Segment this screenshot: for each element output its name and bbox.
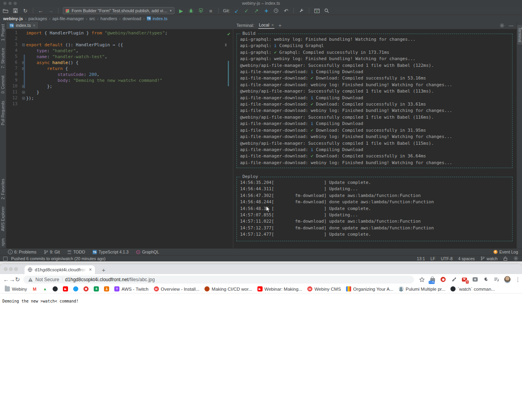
breadcrumb-item-packages[interactable]: packages bbox=[28, 16, 47, 21]
browser-zoom-button[interactable] bbox=[14, 267, 18, 271]
tool-window-button-terminal[interactable]: Terminal bbox=[517, 25, 522, 45]
status-segment-utf-8[interactable]: UTF-8 bbox=[441, 256, 453, 261]
browser-forward-icon[interactable]: → bbox=[9, 275, 15, 284]
write-access-lock-icon[interactable] bbox=[503, 256, 508, 261]
browser-menu-kebab-icon[interactable]: ⋮ bbox=[515, 276, 521, 283]
bookmark-github-icon[interactable] bbox=[53, 286, 58, 291]
bookmark-twitter-icon[interactable] bbox=[73, 286, 78, 291]
tool-window-button-6-problems[interactable]: i6: Problems bbox=[8, 250, 36, 254]
open-folder-icon[interactable] bbox=[2, 8, 9, 14]
bookmark-gmail-icon[interactable]: M bbox=[32, 286, 37, 291]
rollback-icon[interactable]: ↶ bbox=[283, 8, 289, 14]
tool-window-button-typescript-4-1-3[interactable]: TSTypeScript 4.1.3 bbox=[92, 250, 129, 254]
new-tab-button[interactable]: + bbox=[100, 266, 108, 274]
bookmark-webinar-making[interactable]: ▶Webinar: Making... bbox=[257, 286, 303, 291]
bookmark-drive-icon[interactable]: ▲ bbox=[42, 286, 47, 291]
minimize-tool-window-icon[interactable]: — bbox=[509, 23, 513, 28]
media-playlist-icon[interactable] bbox=[494, 276, 500, 283]
tool-window-button-npm[interactable]: npm bbox=[1, 238, 5, 246]
tool-window-button-1-project[interactable]: 1: Project bbox=[1, 24, 5, 41]
price-tracker-extension-icon[interactable]: 2.25 bbox=[429, 276, 436, 283]
back-icon[interactable]: ← bbox=[38, 8, 44, 14]
run-button[interactable]: ▶ bbox=[178, 8, 184, 14]
sync-icon[interactable]: ↻ bbox=[22, 8, 28, 14]
push-icon[interactable]: ↗ bbox=[253, 8, 259, 14]
security-label: Not Secure bbox=[36, 277, 59, 282]
browser-close-button[interactable] bbox=[4, 267, 8, 271]
run-anything-icon[interactable] bbox=[314, 8, 320, 14]
close-tab-icon[interactable]: × bbox=[33, 23, 35, 28]
bookmark-greenplus-icon[interactable]: + bbox=[94, 286, 99, 291]
terminal-settings-gear-icon[interactable] bbox=[499, 22, 505, 28]
browser-minimize-button[interactable] bbox=[9, 267, 13, 271]
bookmark-making-ci-cd-wor[interactable]: Making CI/CD wor... bbox=[204, 286, 252, 291]
bookmark-watch-comman[interactable]: `watch` comman... bbox=[450, 286, 495, 291]
tool-window-button-7-structure[interactable]: 7: Structure bbox=[1, 48, 5, 68]
event-log-button[interactable]: Event Log bbox=[494, 250, 518, 254]
stop-button[interactable]: ■ bbox=[208, 8, 214, 14]
bookmark-aws-twitch[interactable]: TAWS - Twitch bbox=[114, 286, 148, 291]
breadcrumb-item-handlers[interactable]: handlers bbox=[100, 16, 117, 21]
inspections-settings-icon[interactable] bbox=[513, 256, 518, 261]
mail-extension-icon[interactable]: 5 bbox=[461, 276, 468, 283]
tool-window-button-0-commit[interactable]: 0: Commit bbox=[1, 76, 5, 94]
breadcrumb-item-src[interactable]: src bbox=[89, 16, 95, 21]
close-tab-icon[interactable]: × bbox=[89, 267, 92, 272]
tool-window-button-todo[interactable]: TODO bbox=[67, 250, 85, 254]
tool-window-button-aws-explorer[interactable]: AWS Explorer bbox=[1, 206, 5, 231]
history-icon[interactable] bbox=[273, 8, 279, 14]
address-bar[interactable]: Not Secure d1hgd8csopkt4i.cloudfront.net… bbox=[23, 276, 414, 284]
update-project-icon[interactable]: ↙ bbox=[233, 8, 240, 14]
bookmark-organizing-your-a[interactable]: Organizing Your A... bbox=[346, 286, 393, 291]
bookmark-webiny[interactable]: Webiny bbox=[5, 286, 27, 291]
fold-icon[interactable] bbox=[22, 44, 25, 46]
bookmark-pulumi-multiple-pr[interactable]: Pulumi Multiple pr... bbox=[399, 286, 445, 291]
bookmark-webiny-cms[interactable]: wWebiny CMS bbox=[307, 286, 341, 291]
fold-icon[interactable] bbox=[22, 91, 25, 94]
search-everywhere-icon[interactable] bbox=[323, 8, 330, 14]
terminal-tab-local[interactable]: Local × bbox=[258, 22, 275, 29]
new-terminal-tab-button[interactable]: + bbox=[278, 23, 282, 28]
breadcrumb-item-api-file-manager[interactable]: api-file-manager bbox=[53, 16, 84, 21]
close-terminal-tab-icon[interactable]: × bbox=[271, 23, 274, 27]
status-segment-13-1[interactable]: 13:1 bbox=[417, 256, 425, 261]
bookmark-star-icon[interactable] bbox=[419, 276, 425, 283]
editor-tab-index-ts[interactable]: TS index.ts × bbox=[6, 22, 39, 29]
fold-marker bbox=[21, 95, 26, 101]
red-circle-extension-icon[interactable] bbox=[440, 276, 446, 283]
eyedropper-extension-icon[interactable] bbox=[451, 276, 457, 283]
profile-avatar[interactable] bbox=[504, 276, 511, 283]
bookmark-lambda-icon[interactable]: λ bbox=[104, 286, 109, 291]
code-editor[interactable]: 1import { HandlerPlugin } from "@webiny/… bbox=[6, 29, 233, 248]
browser-tab[interactable]: d1hgd8csopkt4i.cloudfront.ne × bbox=[25, 265, 95, 274]
bookmark-overview-install[interactable]: wOverview - Install... bbox=[154, 286, 200, 291]
bookmark-youtube-icon[interactable]: ▶ bbox=[63, 286, 68, 291]
gray-extension-icon[interactable] bbox=[472, 276, 478, 283]
extensions-puzzle-icon[interactable] bbox=[483, 276, 489, 283]
tool-window-toggle-icon[interactable] bbox=[3, 257, 8, 261]
settings-wrench-icon[interactable] bbox=[298, 8, 304, 14]
editor-scrollbar-mark[interactable] bbox=[228, 61, 229, 86]
save-all-icon[interactable] bbox=[12, 8, 19, 14]
breadcrumb-item-index-ts[interactable]: TSindex.ts bbox=[147, 16, 168, 21]
cherry-pick-icon[interactable] bbox=[263, 8, 269, 14]
breadcrumb-item-download[interactable]: download bbox=[123, 16, 141, 21]
debug-button[interactable] bbox=[188, 8, 194, 14]
run-with-coverage-button[interactable] bbox=[198, 8, 204, 14]
forward-icon[interactable]: → bbox=[47, 8, 54, 14]
git-branch-widget[interactable]: watch bbox=[480, 256, 497, 261]
tool-window-button-2-favorites[interactable]: 2: Favorites bbox=[1, 179, 5, 199]
status-segment-lf[interactable]: LF bbox=[431, 256, 435, 261]
terminal-panel[interactable]: Build api-graphql: webiny log: Finished … bbox=[233, 29, 516, 248]
tool-window-button-9-git[interactable]: 9: Git bbox=[44, 250, 60, 254]
bookmark-reddot-icon[interactable] bbox=[83, 286, 89, 291]
breadcrumb-item-webiny-js[interactable]: webiny-js bbox=[3, 16, 23, 21]
fold-icon[interactable] bbox=[22, 97, 25, 100]
tool-window-button-graphql[interactable]: GraphQL bbox=[136, 250, 159, 254]
tool-window-button-pull-requests[interactable]: Pull Requests bbox=[1, 101, 5, 125]
browser-reload-icon[interactable]: ↻ bbox=[15, 275, 20, 284]
commit-icon[interactable]: ✓ bbox=[243, 8, 250, 14]
status-segment-4-spaces[interactable]: 4 spaces bbox=[458, 256, 475, 261]
browser-back-icon[interactable]: ← bbox=[3, 275, 9, 284]
run-configuration-select[interactable]: Form Builder "Form" Test.should publish,… bbox=[63, 7, 174, 14]
